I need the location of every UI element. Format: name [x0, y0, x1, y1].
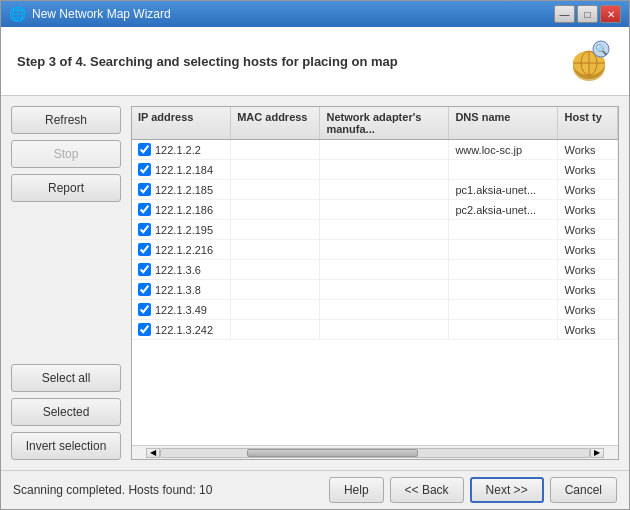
cell-dns [449, 300, 558, 319]
minimize-button[interactable]: — [554, 5, 575, 23]
cell-dns [449, 320, 558, 339]
cell-mac [231, 320, 320, 339]
report-button[interactable]: Report [11, 174, 121, 202]
cell-mac [231, 300, 320, 319]
cell-network [320, 260, 449, 279]
table-row: 122.1.3.6Works [132, 260, 618, 280]
cell-dns [449, 220, 558, 239]
ip-value: 122.1.2.216 [155, 244, 213, 256]
row-checkbox[interactable] [138, 323, 151, 336]
row-checkbox[interactable] [138, 283, 151, 296]
cell-network [320, 240, 449, 259]
cell-network [320, 180, 449, 199]
cell-mac [231, 180, 320, 199]
select-all-button[interactable]: Select all [11, 364, 121, 392]
table-row: 122.1.2.216Works [132, 240, 618, 260]
cell-ip: 122.1.2.2 [132, 140, 231, 159]
scrollbar-track[interactable] [160, 448, 590, 458]
help-button[interactable]: Help [329, 477, 384, 503]
cell-mac [231, 200, 320, 219]
cell-ip: 122.1.2.184 [132, 160, 231, 179]
table-row: 122.1.2.2www.loc-sc.jpWorks [132, 140, 618, 160]
row-checkbox[interactable] [138, 243, 151, 256]
selected-button[interactable]: Selected [11, 398, 121, 426]
column-header-dns: DNS name [449, 107, 558, 139]
cell-dns: pc1.aksia-unet... [449, 180, 558, 199]
ip-value: 122.1.3.49 [155, 304, 207, 316]
row-checkbox[interactable] [138, 263, 151, 276]
cell-host: Works [558, 140, 618, 159]
step-header: Step 3 of 4. Searching and selecting hos… [1, 27, 629, 96]
title-bar-text: New Network Map Wizard [32, 7, 548, 21]
title-bar: 🌐 New Network Map Wizard — □ ✕ [1, 1, 629, 27]
scrollbar-thumb[interactable] [247, 449, 418, 457]
horizontal-scrollbar[interactable]: ◀ ▶ [132, 445, 618, 459]
cell-mac [231, 140, 320, 159]
cell-ip: 122.1.2.195 [132, 220, 231, 239]
table-row: 122.1.3.8Works [132, 280, 618, 300]
cell-host: Works [558, 160, 618, 179]
title-bar-icon: 🌐 [9, 6, 26, 22]
status-text: Scanning completed. Hosts found: 10 [13, 483, 212, 497]
main-window: 🌐 New Network Map Wizard — □ ✕ Step 3 of… [0, 0, 630, 510]
table-row: 122.1.2.185pc1.aksia-unet...Works [132, 180, 618, 200]
content-area: Refresh Stop Report Select all Selected … [1, 96, 629, 470]
sidebar: Refresh Stop Report Select all Selected … [11, 106, 121, 460]
row-checkbox[interactable] [138, 223, 151, 236]
cell-network [320, 220, 449, 239]
cell-mac [231, 260, 320, 279]
cell-dns [449, 280, 558, 299]
cell-ip: 122.1.2.216 [132, 240, 231, 259]
cell-host: Works [558, 180, 618, 199]
cell-ip: 122.1.3.242 [132, 320, 231, 339]
cell-mac [231, 160, 320, 179]
cell-network [320, 160, 449, 179]
step-title: Step 3 of 4. Searching and selecting hos… [17, 54, 398, 69]
cell-network [320, 140, 449, 159]
cell-network [320, 320, 449, 339]
cell-host: Works [558, 240, 618, 259]
cell-mac [231, 240, 320, 259]
row-checkbox[interactable] [138, 203, 151, 216]
cell-network [320, 280, 449, 299]
cell-dns: www.loc-sc.jp [449, 140, 558, 159]
cell-dns: pc2.aksia-unet... [449, 200, 558, 219]
title-bar-buttons: — □ ✕ [554, 5, 621, 23]
column-header-network: Network adapter's manufa... [320, 107, 449, 139]
scroll-right-arrow[interactable]: ▶ [590, 448, 604, 458]
next-button[interactable]: Next >> [470, 477, 544, 503]
row-checkbox[interactable] [138, 303, 151, 316]
refresh-button[interactable]: Refresh [11, 106, 121, 134]
row-checkbox[interactable] [138, 183, 151, 196]
ip-value: 122.1.3.6 [155, 264, 201, 276]
cell-dns [449, 240, 558, 259]
host-table-panel: IP address MAC address Network adapter's… [131, 106, 619, 460]
row-checkbox[interactable] [138, 163, 151, 176]
stop-button[interactable]: Stop [11, 140, 121, 168]
table-header: IP address MAC address Network adapter's… [132, 107, 618, 140]
cell-host: Works [558, 220, 618, 239]
cell-network [320, 300, 449, 319]
maximize-button[interactable]: □ [577, 5, 598, 23]
row-checkbox[interactable] [138, 143, 151, 156]
table-body: 122.1.2.2www.loc-sc.jpWorks122.1.2.184Wo… [132, 140, 618, 445]
invert-selection-button[interactable]: Invert selection [11, 432, 121, 460]
footer: Scanning completed. Hosts found: 10 Help… [1, 470, 629, 509]
ip-value: 122.1.2.185 [155, 184, 213, 196]
cell-host: Works [558, 280, 618, 299]
wizard-icon: 🔍 [565, 37, 613, 85]
cell-ip: 122.1.3.49 [132, 300, 231, 319]
close-button[interactable]: ✕ [600, 5, 621, 23]
svg-text:🔍: 🔍 [595, 43, 608, 56]
ip-value: 122.1.2.186 [155, 204, 213, 216]
cell-host: Works [558, 200, 618, 219]
back-button[interactable]: << Back [390, 477, 464, 503]
table-row: 122.1.2.186pc2.aksia-unet...Works [132, 200, 618, 220]
cell-ip: 122.1.2.185 [132, 180, 231, 199]
cell-mac [231, 280, 320, 299]
cancel-button[interactable]: Cancel [550, 477, 617, 503]
column-header-mac: MAC address [231, 107, 320, 139]
cell-dns [449, 160, 558, 179]
scroll-left-arrow[interactable]: ◀ [146, 448, 160, 458]
cell-host: Works [558, 260, 618, 279]
